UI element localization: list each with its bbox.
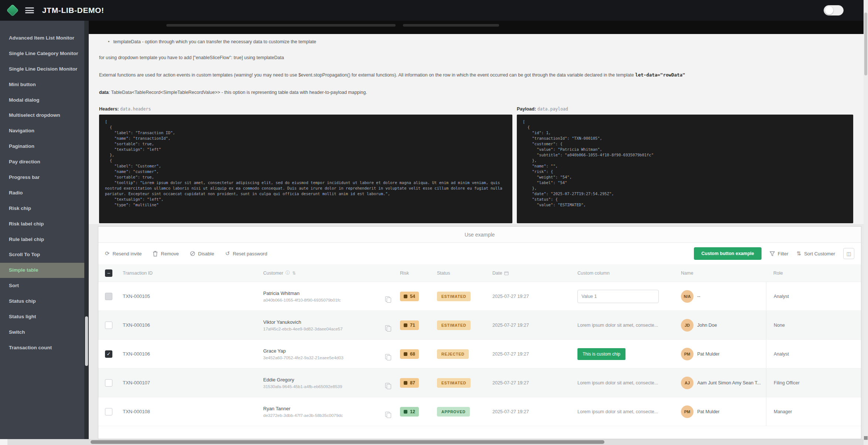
- sidebar-item-status-light[interactable]: Status light: [0, 309, 84, 325]
- customer-cell: Viktor Yanukovich 17af45c2-ebcb-4ee9-9d8…: [263, 319, 385, 331]
- date-cell: 2025-07-27 19:27: [492, 409, 577, 414]
- horizontal-scrollbar-thumb[interactable]: [91, 440, 604, 444]
- custom-button-example[interactable]: Custom button example: [694, 247, 761, 260]
- sidebar-item-rule-label-chip[interactable]: Rule label chip: [0, 232, 84, 247]
- column-header-status: Status: [437, 271, 492, 276]
- sidebar-item-switch[interactable]: Switch: [0, 325, 84, 340]
- risk-chip: 87: [400, 378, 419, 388]
- table-row[interactable]: TXN-000105 Patricia Whitman a040b066-105…: [98, 282, 861, 311]
- sidebar-item-simple-table[interactable]: Simple table: [0, 263, 84, 278]
- sidebar-scrollbar-thumb[interactable]: [85, 316, 88, 366]
- status-chip: ESTIMATED: [437, 292, 471, 301]
- sidebar-item-risk-label-chip[interactable]: Risk label chip: [0, 217, 84, 232]
- table-row[interactable]: TXN-000106 Viktor Yanukovich 17af45c2-eb…: [98, 311, 861, 340]
- select-all-checkbox[interactable]: –: [105, 269, 112, 277]
- custom-column-chip[interactable]: This is custom chip: [577, 348, 625, 360]
- toolbar-right-group: Custom button example Filter ⇅ Sort Cust…: [694, 247, 854, 260]
- sidebar-item-multiselect-dropdown[interactable]: Multiselect dropdown: [0, 108, 84, 123]
- headers-code-block[interactable]: [ { "label": "Transaction ID", "name": "…: [99, 115, 512, 223]
- sidebar-item-sort[interactable]: Sort: [0, 278, 84, 293]
- resend-invite-button[interactable]: ⟳ Resend invite: [105, 250, 142, 257]
- disable-button[interactable]: Disable: [190, 251, 214, 257]
- row-checkbox[interactable]: ✓: [105, 350, 112, 358]
- trash-icon: [153, 251, 158, 257]
- row-checkbox[interactable]: [105, 379, 112, 387]
- sidebar-item-mini-button[interactable]: Mini button: [0, 77, 84, 92]
- customer-cell: Eddie Gregory 31530afa-9645-45b1-a4fb-eb…: [263, 377, 385, 389]
- horizontal-scrollbar-corner: [0, 439, 7, 445]
- column-header-transaction-id[interactable]: Transaction ID: [123, 271, 263, 276]
- reset-password-button[interactable]: ↺ Reset password: [225, 250, 267, 257]
- sidebar-item-status-chip[interactable]: Status chip: [0, 294, 84, 309]
- payload-ref: data.payload: [538, 106, 568, 112]
- transaction-id-cell: TXN-000106: [123, 351, 263, 357]
- sidebar-item-pagination[interactable]: Pagination: [0, 139, 84, 154]
- sidebar-item-progress-bar[interactable]: Progress bar: [0, 170, 84, 185]
- table-row[interactable]: TXN-000108 Ryan Tanner de3272eb-3dbb-47f…: [98, 397, 861, 426]
- app-title: JTM-LIB-DEMO!: [42, 6, 104, 15]
- sidebar-item-transaction-count[interactable]: Transaction count: [0, 340, 84, 356]
- remove-button[interactable]: Remove: [153, 251, 179, 257]
- customer-uuid: 17af45c2-ebcb-4ee9-9d82-3daee04ace57: [263, 327, 385, 331]
- doc-rowdata-code: let-data="rowData": [635, 72, 685, 78]
- customer-cell: Grace Yap 3e452a60-7052-4fe2-9a32-21eaee…: [263, 348, 385, 360]
- sidebar-item-radio[interactable]: Radio: [0, 186, 84, 201]
- risk-dot-icon: [404, 295, 407, 298]
- date-cell: 2025-07-27 19:27: [492, 380, 577, 385]
- name-cell: PM Pat Mulder: [681, 405, 766, 418]
- customer-uuid: 31530afa-9645-45b1-a4fb-eb65092e8539: [263, 384, 385, 389]
- sidebar-scrollbar[interactable]: [84, 21, 89, 439]
- role-cell: Analyst: [766, 282, 854, 310]
- sidebar-item-pay-direction[interactable]: Pay direction: [0, 154, 84, 170]
- hamburger-menu-icon[interactable]: [25, 7, 34, 13]
- risk-dot-icon: [404, 381, 407, 385]
- table-row[interactable]: ✓ TXN-000106 Grace Yap 3e452a60-7052-4fe…: [98, 340, 861, 368]
- theme-toggle[interactable]: [824, 5, 844, 16]
- avatar: PM: [681, 348, 694, 360]
- risk-dot-icon: [404, 410, 407, 414]
- page-horizontal-scrollbar[interactable]: [0, 439, 864, 445]
- sort-icon[interactable]: ⇅: [292, 271, 296, 276]
- headers-ref: data.headers: [120, 106, 151, 112]
- code-blocks: [ { "label": "Transaction ID", "name": "…: [99, 115, 853, 223]
- column-header-customer[interactable]: Customer ⓘ ⇅: [263, 270, 385, 276]
- table-header-row: – Transaction ID Customer ⓘ ⇅ Risk Statu…: [98, 264, 861, 282]
- status-chip: ESTIMATED: [437, 320, 471, 330]
- column-header-role: Role: [766, 271, 854, 276]
- sidebar-item-scroll-to-top[interactable]: Scroll To Top: [0, 247, 84, 262]
- refresh-icon: ⟳: [105, 250, 110, 257]
- code-block-labels: Headers: data.headers Payload: data.payl…: [99, 106, 853, 112]
- custom-column-text: Lorem ipsum dolor sit amet, consecte...: [577, 323, 681, 328]
- row-checkbox[interactable]: [105, 293, 112, 300]
- avatar: AJ: [681, 377, 694, 389]
- doc-paragraph-external-functions: External functions are used for action e…: [99, 71, 831, 79]
- scrollbar-corner: [864, 436, 868, 440]
- filter-button[interactable]: Filter: [770, 251, 789, 257]
- sidebar-item-navigation[interactable]: Navigation: [0, 123, 84, 139]
- documentation-section: • templateData - option through which yo…: [89, 34, 864, 224]
- doc-bullet-text: templateData - option through which you …: [113, 39, 316, 44]
- row-checkbox[interactable]: [105, 322, 112, 329]
- column-header-name: Name: [681, 271, 766, 276]
- sort-customer-button[interactable]: ⇅ Sort Customer: [797, 250, 835, 257]
- doc-bullet-templatedata: • templateData - option through which yo…: [99, 39, 853, 44]
- row-checkbox[interactable]: [105, 408, 112, 415]
- doc-data-keyword: data: [99, 90, 109, 95]
- table-row[interactable]: TXN-000107 Eddie Gregory 31530afa-9645-4…: [98, 368, 861, 397]
- sidebar-item-single-line-category-monitor[interactable]: Single Line Category Monitor: [0, 46, 84, 61]
- transaction-id-cell: TXN-000108: [123, 409, 263, 414]
- custom-column-input[interactable]: [577, 290, 659, 303]
- vertical-scrollbar-thumb[interactable]: [864, 13, 867, 75]
- component-sidebar: Advanced Item List Monitor Single Line C…: [0, 21, 84, 439]
- role-cell: Manager: [766, 397, 854, 426]
- name-cell: PM Pat Mulder: [681, 348, 766, 360]
- page-vertical-scrollbar[interactable]: [864, 0, 868, 445]
- sidebar-item-single-line-decision-monitor[interactable]: Single Line Decision Monitor: [0, 62, 84, 77]
- sidebar-item-advanced-item-list-monitor[interactable]: Advanced Item List Monitor: [0, 31, 84, 46]
- table-settings-button[interactable]: ◫: [843, 248, 854, 259]
- payload-code-block[interactable]: [ { "id": 1, "transactionId": "TXN-00010…: [517, 115, 853, 223]
- sidebar-item-risk-chip[interactable]: Risk chip: [0, 201, 84, 216]
- column-header-date[interactable]: Date: [492, 271, 577, 276]
- sidebar-item-modal-dialog[interactable]: Modal dialog: [0, 93, 84, 108]
- custom-column-text: Lorem ipsum dolor sit amet, consecte...: [577, 380, 681, 385]
